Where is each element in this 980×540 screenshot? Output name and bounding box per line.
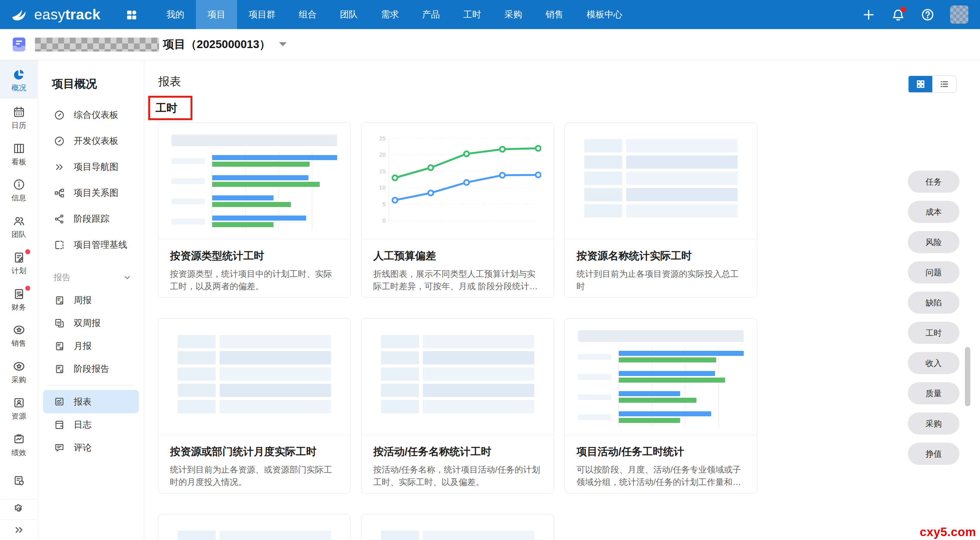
quick-nav-pill-5[interactable]: 缺陷 (908, 292, 959, 314)
quick-nav-pill-10[interactable]: 挣值 (908, 443, 959, 465)
thumb-cell (423, 335, 534, 348)
section-title: 工时 (156, 101, 177, 116)
quick-nav-pill-7[interactable]: 收入 (908, 352, 959, 374)
nav-chevrons-icon (54, 161, 65, 173)
grid-view-button[interactable] (909, 76, 932, 92)
thumb-table-row (584, 204, 738, 217)
audit-icon (12, 474, 26, 487)
avatar[interactable] (950, 5, 968, 24)
caret-down-icon[interactable] (279, 42, 287, 50)
report-card-partial-1[interactable] (158, 514, 351, 540)
brand-name: easytrack (34, 7, 100, 23)
nav-item-6[interactable]: 需求 (369, 0, 410, 29)
rail-item-8[interactable]: 销售 (0, 317, 38, 354)
quick-nav-pill-3[interactable]: 风险 (908, 231, 959, 253)
nav-item-10[interactable]: 销售 (534, 0, 575, 29)
rail-item-4[interactable]: 信息 (0, 172, 38, 208)
thumb-bars (618, 407, 744, 427)
sidebar-item-3[interactable]: 项目导航图 (38, 154, 144, 180)
sidebar-item-label: 日志 (74, 419, 92, 431)
thumb-cell (423, 531, 534, 540)
rail-item-label: 计划 (12, 267, 26, 274)
rail-item-7[interactable]: 财务 (0, 281, 38, 317)
card-title: 按资源类型统计工时 (170, 249, 339, 263)
report-card-6[interactable]: 项目活动/任务工时统计可以按阶段、月度、活动/任务专业领域或子领域分组，统计活动… (564, 318, 757, 493)
svg-text:W: W (60, 300, 63, 304)
thumb-table-row (584, 155, 738, 169)
report-card-5[interactable]: 按活动/任务名称统计工时按活动/任务名称，统计项目活动/任务的计划工时、实际工时… (361, 318, 554, 493)
settings-button[interactable] (0, 499, 38, 519)
rail-item-9[interactable]: 采购 (0, 354, 38, 390)
sidebar-report-item-2[interactable]: W双周报 (38, 312, 144, 335)
page-title: 报表 (158, 74, 980, 90)
create-button[interactable] (862, 8, 876, 22)
quick-nav-pill-8[interactable]: 质量 (908, 382, 959, 404)
rail-item-11[interactable]: 绩效 (0, 426, 38, 462)
rail-item-12[interactable] (0, 462, 38, 499)
sidebar-item-6[interactable]: 项目管理基线 (38, 232, 144, 258)
help-icon (921, 8, 935, 22)
sidebar-item-5[interactable]: 阶段跟踪 (38, 206, 144, 232)
sidebar-report-item-4[interactable]: D阶段报告 (38, 357, 144, 380)
report-card-partial-2[interactable] (361, 514, 554, 540)
quick-nav-pill-4[interactable]: 问题 (908, 261, 959, 283)
thumb-cell (220, 384, 331, 397)
nav-item-7[interactable]: 产品 (410, 0, 452, 29)
collapse-rail-button[interactable] (0, 520, 38, 540)
green-bar (619, 398, 696, 403)
card-info: 项目活动/任务工时统计可以按阶段、月度、活动/任务专业领域或子领域分组，统计活动… (565, 435, 757, 488)
quick-nav-pill-6[interactable]: 工时 (908, 322, 959, 344)
app-grid-button[interactable] (124, 7, 139, 22)
thumb-cell (626, 188, 738, 201)
rail-item-2[interactable]: 日历 (0, 99, 38, 135)
blue-bar (212, 195, 274, 200)
green-bar (212, 162, 310, 167)
rail-item-6[interactable]: 计划 (0, 244, 38, 281)
rail-item-1[interactable]: 概况 (0, 60, 38, 99)
sidebar-tool-item-1[interactable]: 报表 (43, 390, 139, 413)
table-thumbnail (381, 335, 534, 413)
sidebar-report-item-3[interactable]: M月报 (38, 335, 144, 357)
nav-item-5[interactable]: 团队 (328, 0, 369, 29)
sidebar-item-2[interactable]: 开发仪表板 (38, 128, 144, 154)
nav-item-1[interactable]: 我的 (155, 0, 196, 29)
thumb-cell (220, 367, 331, 381)
sidebar-item-4[interactable]: 项目关系图 (38, 180, 144, 206)
rail-item-3[interactable]: 看板 (0, 135, 38, 172)
svg-text:D: D (60, 369, 62, 373)
sidebar-item-1[interactable]: 综合仪表板 (38, 102, 144, 128)
nav-item-4[interactable]: 组合 (287, 0, 328, 29)
report-card-3[interactable]: 按资源名称统计实际工时统计到目前为止各项目资源的实际投入总工时 (564, 122, 757, 298)
quick-nav-pill-1[interactable]: 任务 (908, 171, 959, 193)
sidebar-report-item-1[interactable]: W周报 (38, 289, 144, 312)
brand-logo[interactable]: easytrack (9, 4, 100, 25)
report-card-4[interactable]: 按资源或部门统计月度实际工时统计到目前为止各资源、或资源部门实际工时的月度投入情… (158, 318, 351, 493)
report-card-1[interactable]: 按资源类型统计工时按资源类型，统计项目中的计划工时、实际工时，以及两者的偏差。 (158, 122, 351, 298)
rail-item-10[interactable]: 资源 (0, 390, 38, 426)
breadcrumb: 项目（2025000013） (0, 29, 980, 60)
notifications-button[interactable] (891, 8, 905, 22)
thumb-table-row (584, 139, 738, 152)
nav-item-3[interactable]: 项目群 (237, 0, 287, 29)
nav-item-8[interactable]: 工时 (452, 0, 493, 29)
report-card-2[interactable]: 2520151050人工预算偏差折线图表，展示不同类型人工预算计划与实际工时差异… (361, 122, 554, 298)
red-dot-badge (25, 249, 30, 254)
card-thumbnail (565, 123, 757, 239)
sidebar-section-reports[interactable]: 报告 (38, 266, 144, 289)
scrollbar-thumb[interactable] (965, 347, 970, 406)
help-button[interactable] (921, 8, 935, 22)
thumb-plot (578, 347, 744, 427)
thumb-cell (381, 384, 419, 397)
nav-item-2[interactable]: 项目 (196, 0, 237, 29)
quick-nav-pill-2[interactable]: 成本 (908, 201, 959, 223)
sidebar-tool-item-2[interactable]: 日志 (38, 413, 144, 436)
list-view-button[interactable] (932, 76, 956, 92)
nav-item-9[interactable]: 采购 (493, 0, 534, 29)
sidebar-tool-item-3[interactable]: 评论 (38, 436, 144, 459)
quick-nav-pill-9[interactable]: 采购 (908, 412, 959, 435)
rail-item-5[interactable]: 团队 (0, 208, 38, 245)
sidebar-item-label: 双周报 (74, 317, 100, 329)
nav-item-11[interactable]: 模板中心 (575, 0, 634, 29)
thumb-table-row (178, 335, 331, 348)
plus-icon (862, 8, 876, 22)
